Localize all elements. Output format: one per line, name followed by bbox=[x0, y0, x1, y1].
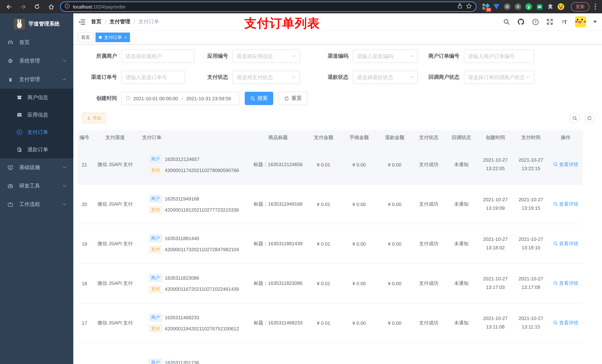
channel-order-no-input[interactable] bbox=[121, 71, 185, 84]
browser-update-button[interactable]: 更新 bbox=[571, 2, 589, 11]
merchant-select[interactable] bbox=[121, 50, 194, 63]
home-icon[interactable] bbox=[46, 1, 56, 12]
pay-status-select[interactable] bbox=[233, 71, 300, 84]
font-size-icon[interactable]: TT bbox=[560, 18, 568, 26]
tag-close-icon[interactable]: × bbox=[124, 35, 127, 39]
pay-amount-cell: ¥ 0.01 bbox=[306, 281, 341, 286]
create-time-range-picker[interactable]: 2021-10-01 00:00:00 - 2021-10-31 23:59:5… bbox=[121, 92, 239, 105]
tag-home[interactable]: 首页 bbox=[78, 32, 93, 42]
pay-status-cell: 支付成功 bbox=[412, 320, 445, 326]
avatar-caret-icon[interactable] bbox=[593, 21, 597, 23]
merchant-tag: 商户 bbox=[149, 195, 162, 203]
merchant-order-no-input[interactable] bbox=[464, 50, 534, 63]
app-logo-row[interactable]: 芋道管理系统 bbox=[0, 13, 73, 33]
command-icon[interactable]: ⌘ bbox=[504, 3, 511, 10]
pay-time-cell: 2021-10-2713:11:15 bbox=[513, 315, 549, 332]
view-detail-link[interactable]: 查看详情 bbox=[553, 240, 578, 247]
sidebar-item-infrastructure[interactable]: 基础设施 bbox=[0, 158, 73, 177]
reload-icon[interactable] bbox=[32, 1, 42, 12]
fullscreen-icon[interactable] bbox=[546, 18, 553, 26]
pay-channel-cell: 微信 JSAPI 支付 bbox=[91, 201, 139, 208]
pay-time-cell: 2021-10-2713:22:15 bbox=[513, 156, 549, 173]
merchant-tag: 商户 bbox=[149, 313, 162, 321]
sidebar-item-app-info[interactable]: 应用信息 bbox=[0, 106, 73, 124]
sidebar-fold-icon[interactable] bbox=[78, 18, 86, 26]
puzzle-icon[interactable] bbox=[547, 3, 553, 10]
help-icon[interactable]: ? bbox=[532, 18, 539, 26]
extension-chat-icon[interactable] bbox=[536, 3, 543, 10]
pay-order-cell: 商户1635311468233 支付4200001194202110276752… bbox=[139, 310, 250, 336]
monitor-icon bbox=[7, 165, 13, 171]
view-detail-link[interactable]: 查看详情 bbox=[553, 161, 578, 168]
forward-icon[interactable] bbox=[18, 1, 28, 12]
breadcrumb: 首页 / 支付管理 / 支付订单 bbox=[91, 19, 159, 25]
order-id-cell: 18 bbox=[78, 281, 91, 286]
extension-icon-2[interactable] bbox=[493, 3, 500, 10]
table-row: 17 微信 JSAPI 支付 商户1635311468233 支付4200001… bbox=[78, 303, 583, 343]
pay-channel-cell: 微信 JSAPI 支付 bbox=[91, 280, 139, 287]
search-button[interactable]: 搜索 bbox=[245, 92, 273, 105]
extension-icon-y[interactable]: y bbox=[525, 3, 532, 10]
action-cell: 查看详情 bbox=[549, 320, 583, 326]
url-bar[interactable]: localhost:1024/pay/order bbox=[60, 1, 476, 12]
browser-menu-icon[interactable] bbox=[595, 4, 596, 10]
toggle-search-button[interactable] bbox=[570, 113, 580, 123]
notify-status-cell: 未通知 bbox=[445, 240, 478, 247]
site-info-icon[interactable] bbox=[64, 3, 70, 10]
create-time-cell: 2021-10-2713:18:02 bbox=[478, 235, 513, 252]
top-navbar: 首页 / 支付管理 / 支付订单 ? bbox=[73, 13, 602, 31]
back-icon[interactable] bbox=[4, 1, 14, 12]
date-range-start: 2021-10-01 00:00:00 bbox=[133, 96, 178, 101]
yen-circle-icon: ¥ bbox=[16, 129, 22, 135]
pay-status-cell: 支付成功 bbox=[412, 240, 445, 247]
profile-avatar-icon[interactable] bbox=[558, 3, 564, 10]
pay-channel-cell: 微信 JSAPI 支付 bbox=[91, 240, 139, 247]
fee-amount-cell: ¥ 0.00 bbox=[341, 320, 377, 326]
github-icon[interactable] bbox=[517, 18, 525, 26]
document-copy-icon bbox=[16, 147, 22, 153]
sidebar-item-workflow[interactable]: 工作流程 bbox=[0, 195, 73, 214]
tag-pay-order[interactable]: 支付订单 × bbox=[96, 32, 130, 42]
export-button[interactable]: 导出 bbox=[82, 113, 106, 123]
sidebar-item-pay-order[interactable]: ¥ 支付订单 bbox=[0, 124, 73, 141]
notify-status-select[interactable] bbox=[464, 71, 534, 84]
view-detail-link[interactable]: 查看详情 bbox=[553, 320, 578, 326]
merchant-order-no: 1635311351736 bbox=[165, 360, 199, 364]
search-icon[interactable] bbox=[503, 18, 510, 26]
merchant-order-no: 1635311823086 bbox=[165, 275, 199, 281]
merchant-tag: 商户 bbox=[149, 274, 162, 282]
browser-window: localhost:1024/pay/order 10 ⌘ y 更新 bbox=[0, 0, 602, 364]
notify-status-cell: 未通知 bbox=[445, 201, 478, 208]
pay-status-cell: 支付成功 bbox=[412, 201, 445, 208]
sidebar-item-merchant-info[interactable]: 商户信息 bbox=[0, 89, 73, 106]
order-id-cell: 21 bbox=[78, 162, 91, 167]
view-detail-link[interactable]: 查看详情 bbox=[553, 201, 578, 208]
view-detail-link[interactable]: 查看详情 bbox=[553, 280, 578, 287]
table-row: 20 微信 JSAPI 支付 商户1635311949168 支付4200001… bbox=[78, 185, 583, 224]
sidebar-item-system[interactable]: ⚙ 系统管理 bbox=[0, 52, 73, 70]
refund-status-select[interactable] bbox=[353, 71, 418, 84]
share-icon[interactable] bbox=[457, 3, 463, 10]
sidebar-item-refund-order[interactable]: 退款订单 bbox=[0, 141, 73, 158]
reset-button[interactable]: 重置 bbox=[279, 92, 307, 105]
sidebar-item-payment[interactable]: ¥ 支付管理 bbox=[0, 70, 73, 89]
bookmark-star-icon[interactable] bbox=[466, 3, 472, 10]
sidebar: 芋道管理系统 首页 ⚙ 系统管理 ¥ 支付管理 bbox=[0, 13, 73, 364]
pay-time-cell: 2021-10-2713:18:10 bbox=[513, 235, 549, 252]
chevron-down-icon bbox=[409, 53, 414, 60]
breadcrumb-payment[interactable]: 支付管理 bbox=[110, 19, 130, 25]
user-avatar[interactable] bbox=[575, 16, 586, 27]
breadcrumb-home[interactable]: 首页 bbox=[91, 19, 101, 25]
extension-icon-3[interactable] bbox=[515, 3, 521, 10]
channel-code-select[interactable] bbox=[353, 50, 418, 63]
extension-icon-1[interactable]: 10 bbox=[483, 3, 489, 10]
product-title-cell: 标题：1635312124656 bbox=[250, 161, 306, 168]
pay-tag: 支付 bbox=[149, 166, 162, 174]
sidebar-item-home[interactable]: 首页 bbox=[0, 33, 73, 52]
breadcrumb-pay-order: 支付订单 bbox=[139, 19, 159, 25]
refresh-button[interactable] bbox=[584, 113, 595, 123]
app-id-select[interactable] bbox=[233, 50, 300, 63]
create-time-cell: 2021-10-2713:11:08 bbox=[478, 315, 513, 332]
sidebar-item-dev-tools[interactable]: 研发工具 bbox=[0, 177, 73, 195]
action-cell: 查看详情 bbox=[549, 201, 583, 208]
